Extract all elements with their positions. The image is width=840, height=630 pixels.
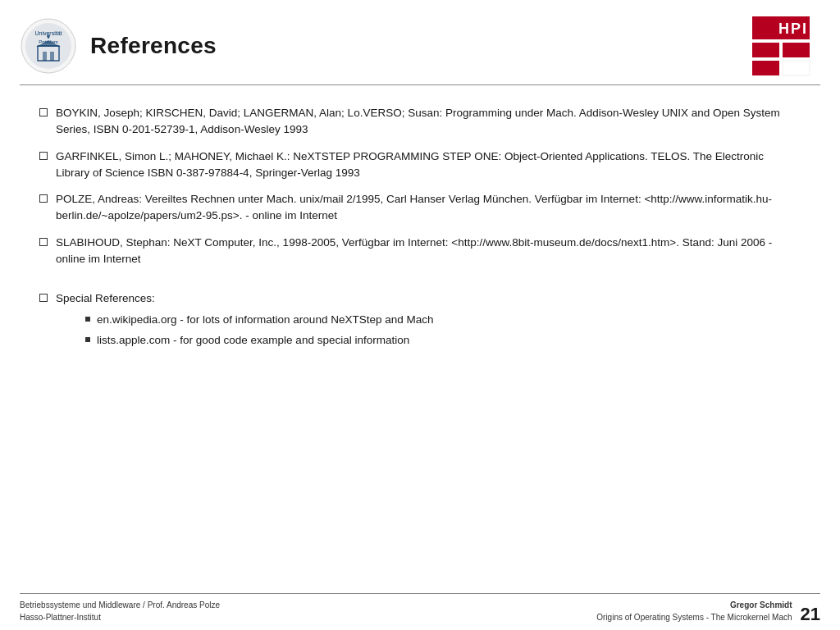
special-refs-list: en.wikipedia.org - for lots of informati…	[85, 312, 801, 349]
ref-text: SLABIHOUD, Stephan: NeXT Computer, Inc.,…	[56, 235, 801, 268]
hpi-logo: HPI	[748, 15, 814, 76]
list-item: POLZE, Andreas: Vereiltes Rechnen unter …	[39, 191, 801, 225]
header: Universität Potsdam References HPI	[0, 0, 840, 84]
svg-rect-6	[50, 52, 54, 61]
sub-bullet-icon	[85, 337, 90, 342]
ref-text: GARFINKEL, Simon L.; MAHONEY, Michael K.…	[56, 148, 801, 182]
page-number: 21	[801, 605, 820, 623]
footer-institution-line1: Betriebssysteme und Middleware / Prof. A…	[20, 599, 220, 611]
list-item: lists.apple.com - for good code example …	[85, 332, 801, 349]
sub-bullet-icon	[85, 317, 90, 322]
bullet-icon	[39, 152, 48, 160]
page-title: References	[90, 33, 217, 59]
ref-text: POLZE, Andreas: Vereiltes Rechnen unter …	[56, 191, 801, 225]
main-content: BOYKIN, Joseph; KIRSCHEN, David; LANGERM…	[0, 85, 840, 593]
special-refs-header: Special References:	[39, 290, 801, 307]
svg-rect-13	[783, 43, 810, 57]
svg-text:HPI: HPI	[778, 21, 808, 37]
special-refs-label: Special References:	[56, 290, 155, 307]
footer: Betriebssysteme und Middleware / Prof. A…	[20, 593, 820, 630]
bullet-icon	[39, 194, 48, 203]
list-item: SLABIHOUD, Stephan: NeXT Computer, Inc.,…	[39, 235, 801, 268]
ref-text: BOYKIN, Joseph; KIRSCHEN, David; LANGERM…	[56, 105, 801, 139]
footer-right-text: Gregor Schmidt Origins of Operating Syst…	[596, 599, 792, 623]
bullet-icon	[39, 294, 48, 302]
header-left: Universität Potsdam References	[20, 17, 217, 75]
svg-rect-5	[43, 52, 47, 61]
slide: Universität Potsdam References HPI	[0, 0, 840, 630]
list-item: en.wikipedia.org - for lots of informati…	[85, 312, 801, 328]
bullet-icon	[39, 108, 48, 116]
bullet-icon	[39, 238, 48, 246]
sub-item-text: en.wikipedia.org - for lots of informati…	[97, 312, 433, 328]
special-references-section: Special References: en.wikipedia.org - f…	[39, 290, 801, 349]
svg-rect-14	[752, 61, 779, 75]
footer-right: Gregor Schmidt Origins of Operating Syst…	[596, 599, 820, 623]
footer-institution-line2: Hasso-Plattner-Institut	[20, 611, 220, 623]
list-item: GARFINKEL, Simon L.; MAHONEY, Michael K.…	[39, 148, 801, 182]
svg-rect-12	[752, 43, 779, 57]
svg-point-9	[47, 34, 50, 38]
svg-rect-15	[783, 61, 810, 75]
sub-item-text: lists.apple.com - for good code example …	[97, 332, 409, 349]
footer-author: Gregor Schmidt	[596, 599, 792, 611]
footer-left: Betriebssysteme und Middleware / Prof. A…	[20, 599, 220, 623]
references-list: BOYKIN, Joseph; KIRSCHEN, David; LANGERM…	[39, 105, 801, 277]
list-item: BOYKIN, Joseph; KIRSCHEN, David; LANGERM…	[39, 105, 801, 139]
university-logo: Universität Potsdam	[20, 17, 77, 75]
footer-course: Origins of Operating Systems - The Micro…	[596, 611, 792, 623]
